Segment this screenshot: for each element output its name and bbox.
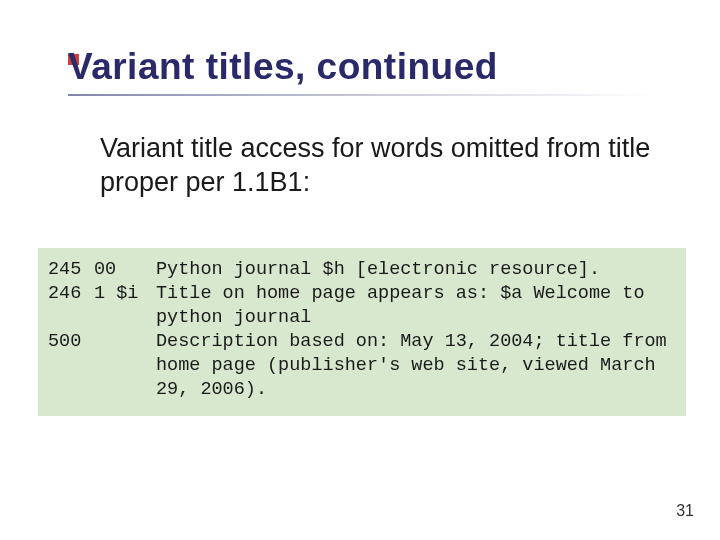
marc-tag: 500 — [48, 330, 94, 402]
page-number: 31 — [676, 502, 694, 520]
slide: Variant titles, continued Variant title … — [0, 0, 720, 540]
marc-field-text: Description based on: May 13, 2004; titl… — [156, 330, 676, 402]
title-container: Variant titles, continued — [68, 46, 680, 96]
slide-title: Variant titles, continued — [68, 46, 680, 88]
marc-field-text: Python journal $h [electronic resource]. — [156, 258, 676, 282]
marc-line: 500 Description based on: May 13, 2004; … — [48, 330, 676, 402]
slide-subtitle: Variant title access for words omitted f… — [100, 132, 660, 200]
title-underline — [68, 94, 656, 96]
marc-record-block: 245 00 Python journal $h [electronic res… — [38, 248, 686, 416]
marc-indicators: 1 $i — [94, 282, 156, 330]
marc-indicators: 00 — [94, 258, 156, 282]
marc-line: 245 00 Python journal $h [electronic res… — [48, 258, 676, 282]
marc-line: 246 1 $i Title on home page appears as: … — [48, 282, 676, 330]
marc-tag: 245 — [48, 258, 94, 282]
marc-field-text: Title on home page appears as: $a Welcom… — [156, 282, 676, 330]
marc-indicators — [94, 330, 156, 402]
marc-tag: 246 — [48, 282, 94, 330]
